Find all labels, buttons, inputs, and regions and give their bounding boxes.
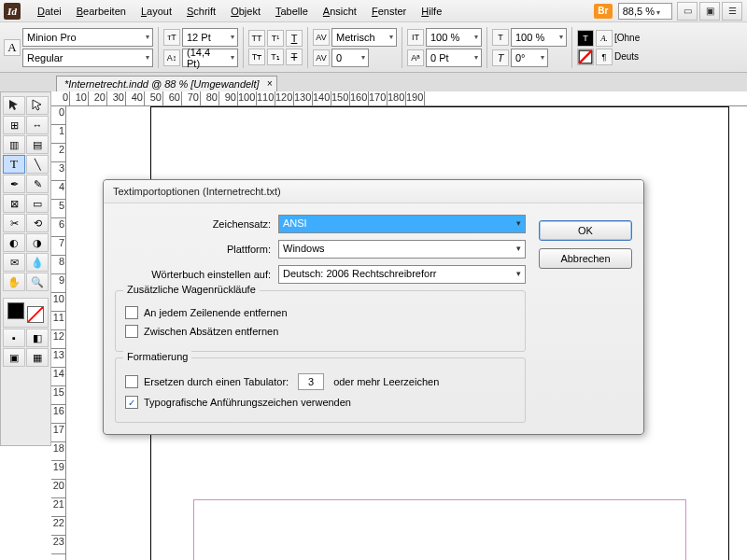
subscript-icon[interactable]: T₁ (267, 49, 284, 65)
lang-hint: [Ohne (614, 33, 640, 43)
smallcaps-icon[interactable]: Tᴛ (248, 49, 265, 65)
menu-tabelle[interactable]: Tabelle (268, 0, 316, 22)
rectangle-tool[interactable]: ▭ (26, 194, 49, 213)
kerning-select[interactable]: Metrisch (331, 28, 397, 47)
para-style-icon[interactable]: ¶ (596, 49, 613, 65)
rectangle-frame-tool[interactable]: ⊠ (3, 194, 25, 213)
para-checkbox[interactable] (125, 325, 138, 338)
bridge-button[interactable]: Br (594, 4, 613, 19)
char-style-a-icon[interactable]: A. (596, 30, 613, 47)
margin-guide (193, 499, 686, 560)
hscale-icon: T (492, 29, 509, 46)
tabs-count-input[interactable] (298, 373, 324, 390)
content-placer-tool[interactable]: ▤ (26, 135, 49, 154)
returns-fieldset: Zusätzliche Wagenrückläufe An jedem Zeil… (115, 290, 526, 352)
dictionary-label: Wörterbuch einstellen auf: (115, 269, 278, 280)
page-tool[interactable]: ⊞ (3, 116, 25, 134)
kerning-icon: AV (313, 29, 330, 46)
leading-select[interactable]: (14,4 Pt) (182, 49, 238, 67)
zoom-level[interactable]: 88,5 % (618, 3, 672, 20)
allcaps-icon[interactable]: TT (248, 30, 265, 47)
preview-mode[interactable]: ▦ (26, 348, 49, 367)
charset-label: Zeichensatz: (115, 218, 278, 230)
skew-select[interactable]: 0° (511, 49, 548, 67)
selection-tool[interactable] (3, 96, 25, 115)
vscale-icon: IT (407, 29, 424, 46)
quotes-checkbox[interactable] (125, 396, 138, 409)
platform-select[interactable]: Windows (278, 240, 526, 259)
tabs-label-pre: Ersetzen durch einen Tabulator: (144, 376, 289, 387)
font-size-select[interactable]: 12 Pt (182, 28, 238, 47)
menu-hilfe[interactable]: Hilfe (414, 0, 449, 22)
hscale-select[interactable]: 100 % (511, 28, 567, 47)
tracking-icon: AV (313, 49, 330, 66)
eol-label: An jedem Zeilenende entfernen (144, 307, 288, 318)
zoom-tool[interactable]: 🔍 (26, 273, 49, 291)
menu-ansicht[interactable]: Ansicht (316, 0, 364, 22)
platform-label: Plattform: (115, 244, 278, 255)
tracking-select[interactable]: 0 (331, 49, 369, 67)
menu-layout[interactable]: Layout (134, 0, 179, 22)
arrange-icon[interactable]: ☰ (722, 2, 742, 21)
horizontal-ruler: 0102030405060708090100110120130140150160… (51, 91, 747, 106)
formatting-title: Formatierung (123, 351, 191, 362)
line-tool[interactable]: ╲ (26, 155, 49, 174)
note-tool[interactable]: ✉ (3, 253, 25, 272)
underline-icon[interactable]: T (286, 30, 303, 47)
menu-schrift[interactable]: Schrift (179, 0, 223, 22)
quotes-label: Typografische Anführungszeichen verwende… (144, 397, 351, 408)
tabs-label-post: oder mehr Leerzeichen (333, 376, 439, 387)
font-family-select[interactable]: Minion Pro (22, 28, 153, 47)
normal-view-mode[interactable]: ▣ (3, 348, 25, 367)
menu-objekt[interactable]: Objekt (223, 0, 268, 22)
document-tab-title: *Internetrecht.indd @ 88 % [Umgewandelt] (64, 78, 260, 90)
document-tab[interactable]: *Internetrecht.indd @ 88 % [Umgewandelt]… (56, 76, 277, 91)
menu-datei[interactable]: Datei (30, 0, 69, 22)
hand-tool[interactable]: ✋ (3, 273, 25, 291)
strikethrough-icon[interactable]: T (286, 49, 303, 65)
gap-tool[interactable]: ↔ (26, 116, 49, 134)
cancel-button[interactable]: Abbrechen (539, 248, 632, 269)
screen-mode-icon[interactable]: ▣ (699, 2, 720, 21)
text-import-dialog: Textimportoptionen (Internetrecht.txt) Z… (103, 179, 644, 435)
language-display: Deuts (614, 51, 639, 62)
gradient-swatch-tool[interactable]: ◐ (3, 233, 25, 252)
charset-select[interactable]: ANSI (278, 215, 526, 233)
font-style-select[interactable]: Regular (22, 49, 153, 67)
vscale-select[interactable]: 100 % (426, 28, 482, 47)
fill-color-icon[interactable]: T (577, 30, 594, 47)
ok-button[interactable]: OK (539, 220, 632, 241)
type-tool[interactable]: T (3, 155, 25, 174)
document-tab-bar: *Internetrecht.indd @ 88 % [Umgewandelt]… (0, 73, 747, 91)
menu-fenster[interactable]: Fenster (364, 0, 414, 22)
vertical-ruler: 01234567891011121314151617181920212223 (51, 106, 66, 560)
superscript-icon[interactable]: T¹ (267, 30, 284, 47)
stroke-none-icon[interactable] (577, 49, 594, 65)
menu-bearbeiten[interactable]: Bearbeiten (69, 0, 134, 22)
gradient-feather-tool[interactable]: ◑ (26, 233, 49, 252)
baseline-select[interactable]: 0 Pt (426, 49, 482, 67)
free-transform-tool[interactable]: ⟲ (26, 214, 49, 232)
tool-panel: ⊞↔ ▥▤ T╲ ✒✎ ⊠▭ ✂⟲ ◐◑ ✉💧 ✋🔍 ▪◧ ▣▦ (0, 91, 51, 446)
pencil-tool[interactable]: ✎ (26, 175, 49, 193)
content-collector-tool[interactable]: ▥ (3, 135, 25, 154)
eol-checkbox[interactable] (125, 306, 138, 319)
menubar: Id Datei Bearbeiten Layout Schrift Objek… (0, 0, 747, 22)
direct-selection-tool[interactable] (26, 96, 49, 115)
apply-gradient[interactable]: ◧ (26, 329, 49, 347)
close-tab-icon[interactable]: × (267, 78, 273, 89)
eyedropper-tool[interactable]: 💧 (26, 253, 49, 272)
skew-icon: T (492, 49, 509, 66)
fill-stroke-swap[interactable] (3, 298, 49, 328)
baseline-icon: Aª (407, 49, 424, 66)
dialog-title: Textimportoptionen (Internetrecht.txt) (104, 180, 643, 203)
pen-tool[interactable]: ✒ (3, 175, 25, 193)
scissors-tool[interactable]: ✂ (3, 214, 25, 232)
apply-color[interactable]: ▪ (3, 329, 25, 347)
view-mode-icon[interactable]: ▭ (677, 2, 698, 21)
leading-icon: A↕ (163, 49, 180, 66)
char-mode-icon[interactable]: A (4, 39, 21, 56)
svg-line-2 (28, 307, 43, 322)
dictionary-select[interactable]: Deutsch: 2006 Rechtschreibreforr (278, 265, 526, 284)
tabs-checkbox[interactable] (125, 375, 138, 388)
